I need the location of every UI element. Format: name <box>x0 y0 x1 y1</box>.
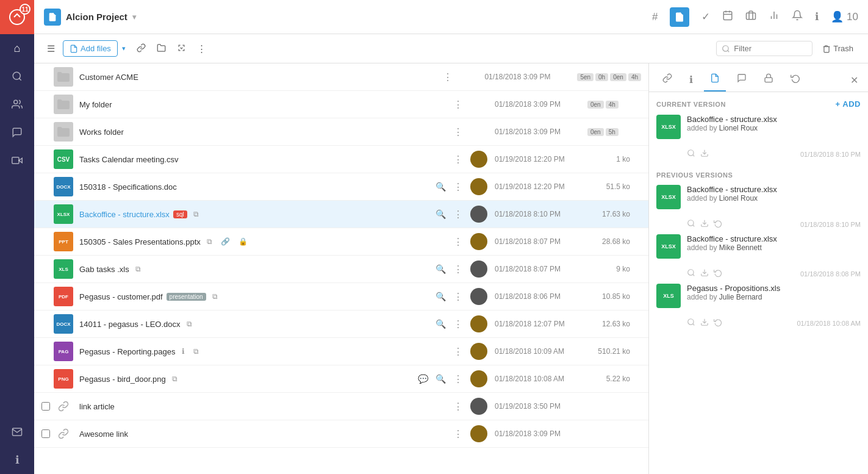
file-more-button[interactable]: ⋮ <box>453 126 463 138</box>
table-row[interactable]: link article ⋮ 01/19/2018 3:50 PM <box>34 393 648 420</box>
file-link[interactable]: Backoffice - structure.xlsx <box>79 210 170 219</box>
check-icon[interactable]: ✓ <box>701 10 710 23</box>
tab-link[interactable] <box>656 68 678 92</box>
table-row[interactable]: DOCX 150318 - Specifications.doc 🔍 ⋮ 01/… <box>34 173 648 201</box>
table-row[interactable]: Awesome link ⋮ 01/18/2018 3:09 PM <box>34 420 648 448</box>
version-download-icon[interactable] <box>700 318 709 328</box>
file-more-button[interactable]: ⋮ <box>453 373 463 385</box>
tab-history[interactable] <box>784 68 806 92</box>
row-checkbox[interactable] <box>41 402 50 411</box>
version-download-icon[interactable] <box>700 219 709 229</box>
sidebar-home-icon[interactable]: ⌂ <box>0 34 34 62</box>
search-action-icon[interactable]: 🔍 <box>433 290 448 303</box>
copy-icon[interactable]: ⧉ <box>210 291 220 302</box>
calendar-icon[interactable] <box>722 10 733 24</box>
version-search-icon[interactable] <box>687 149 695 159</box>
tab-lock[interactable] <box>758 68 780 92</box>
file-more-button[interactable]: ⋮ <box>453 209 463 220</box>
table-row[interactable]: XLSX Backoffice - structure.xlsx sql ⧉ 🔍… <box>34 201 648 228</box>
list-view-icon[interactable]: ☰ <box>44 40 58 57</box>
svg-point-17 <box>688 150 694 156</box>
app-logo[interactable]: 11 <box>0 0 34 34</box>
file-more-button[interactable]: ⋮ <box>443 71 453 83</box>
move-icon[interactable] <box>174 40 189 57</box>
sidebar-search-icon[interactable] <box>0 62 34 90</box>
copy-icon[interactable]: ⧉ <box>204 236 215 247</box>
table-row[interactable]: CSV Tasks Calendar meeting.csv ⋮ 01/19/2… <box>34 146 648 173</box>
tab-info[interactable]: ℹ <box>683 69 699 92</box>
briefcase-icon[interactable] <box>745 10 756 24</box>
row-checkbox-area[interactable] <box>41 429 54 438</box>
add-files-dropdown-icon[interactable]: ▾ <box>119 41 129 56</box>
table-row[interactable]: XLS Gab tasks .xls ⧉ 🔍 ⋮ 01/18/2018 8:07… <box>34 256 648 283</box>
info-icon[interactable]: ℹ <box>179 346 187 357</box>
sidebar-info-icon[interactable]: ℹ <box>0 446 34 474</box>
row-checkbox-area[interactable] <box>41 402 54 411</box>
search-action-icon[interactable]: 🔍 <box>433 181 448 193</box>
version-search-icon[interactable] <box>687 268 695 279</box>
search-action-icon[interactable]: 🔍 <box>433 373 448 385</box>
sidebar-video-icon[interactable] <box>0 146 34 174</box>
version-search-icon[interactable] <box>687 318 695 328</box>
file-more-button[interactable]: ⋮ <box>453 236 463 248</box>
user-icon[interactable]: 👤 10 <box>831 10 858 23</box>
file-more-button[interactable]: ⋮ <box>453 318 463 330</box>
sidebar-chat-icon[interactable] <box>0 118 34 146</box>
copy-icon[interactable]: ⧉ <box>170 373 180 384</box>
version-search-icon[interactable] <box>687 219 695 229</box>
table-row[interactable]: PAG Pegasus - Reporting.pages ℹ ⧉ ⋮ 01/1… <box>34 338 648 365</box>
file-more-button[interactable]: ⋮ <box>453 346 463 357</box>
table-row[interactable]: PNG Pegasus - bird_door.png ⧉ 💬 🔍 ⋮ 01/1… <box>34 365 648 393</box>
sidebar-mail-icon[interactable] <box>0 418 34 446</box>
row-checkbox[interactable] <box>41 429 50 438</box>
table-row[interactable]: My folder ⋮ 01/18/2018 3:09 PM 0en 4h <box>34 91 648 118</box>
file-more-button[interactable]: ⋮ <box>453 154 463 165</box>
add-version-button[interactable]: + Add <box>836 99 861 109</box>
lock-icon[interactable]: 🔒 <box>236 236 250 247</box>
dropdown-arrow-icon[interactable]: ▾ <box>132 13 136 21</box>
table-row[interactable]: PDF Pegasus - customer.pdf presentation … <box>34 283 648 311</box>
copy-icon[interactable]: ⧉ <box>184 318 195 329</box>
sidebar-users-icon[interactable] <box>0 90 34 118</box>
content-area: Customer ACME ⋮ 01/18/2018 3:09 PM 5en 0… <box>34 63 868 474</box>
table-row[interactable]: Works folder ⋮ 01/18/2018 3:09 PM 0en 5h <box>34 118 648 146</box>
comment-icon[interactable]: 💬 <box>415 373 431 385</box>
version-download-icon[interactable] <box>700 149 709 159</box>
table-row[interactable]: DOCX 14011 - pegasus - LEO.docx ⧉ 🔍 ⋮ 01… <box>34 311 648 338</box>
link-icon[interactable]: 🔗 <box>218 236 232 247</box>
filter-input[interactable] <box>734 44 807 53</box>
tab-comments[interactable] <box>731 68 753 92</box>
version-restore-icon[interactable] <box>714 318 722 328</box>
close-panel-button[interactable]: ✕ <box>848 72 861 88</box>
folder-add-icon[interactable] <box>154 40 169 57</box>
search-action-icon[interactable]: 🔍 <box>433 318 448 330</box>
file-more-button[interactable]: ⋮ <box>453 99 463 110</box>
file-more-button[interactable]: ⋮ <box>453 181 463 193</box>
file-more-button[interactable]: ⋮ <box>453 291 463 303</box>
version-restore-icon[interactable] <box>714 268 722 279</box>
trash-button[interactable]: Trash <box>817 41 858 56</box>
link-add-icon[interactable] <box>134 40 149 57</box>
table-row[interactable]: PPT 150305 - Sales Presentations.pptx ⧉ … <box>34 228 648 256</box>
file-more-button[interactable]: ⋮ <box>453 264 463 275</box>
bell-icon[interactable] <box>792 10 803 24</box>
info-right-icon[interactable]: ℹ <box>815 10 819 23</box>
search-action-icon[interactable]: 🔍 <box>433 263 448 275</box>
tab-versions[interactable] <box>704 68 726 92</box>
table-row[interactable]: Customer ACME ⋮ 01/18/2018 3:09 PM 5en 0… <box>34 63 648 91</box>
file-more-button[interactable]: ⋮ <box>453 401 463 412</box>
chart-icon[interactable] <box>769 10 780 24</box>
more-toolbar-icon[interactable]: ⋮ <box>194 40 209 57</box>
file-avatar <box>470 96 487 113</box>
file-more-button[interactable]: ⋮ <box>453 428 463 440</box>
copy-icon[interactable]: ⧉ <box>191 346 201 357</box>
hash-icon[interactable]: # <box>652 11 658 23</box>
version-restore-icon[interactable] <box>714 219 722 229</box>
version-download-icon[interactable] <box>700 268 709 279</box>
copy-icon[interactable]: ⧉ <box>133 264 143 275</box>
search-action-icon[interactable]: 🔍 <box>433 208 448 220</box>
copy-icon[interactable]: ⧉ <box>191 209 201 220</box>
document-icon[interactable] <box>670 7 689 27</box>
file-actions: 💬 🔍 <box>415 373 448 385</box>
add-files-button[interactable]: Add files <box>63 40 118 57</box>
